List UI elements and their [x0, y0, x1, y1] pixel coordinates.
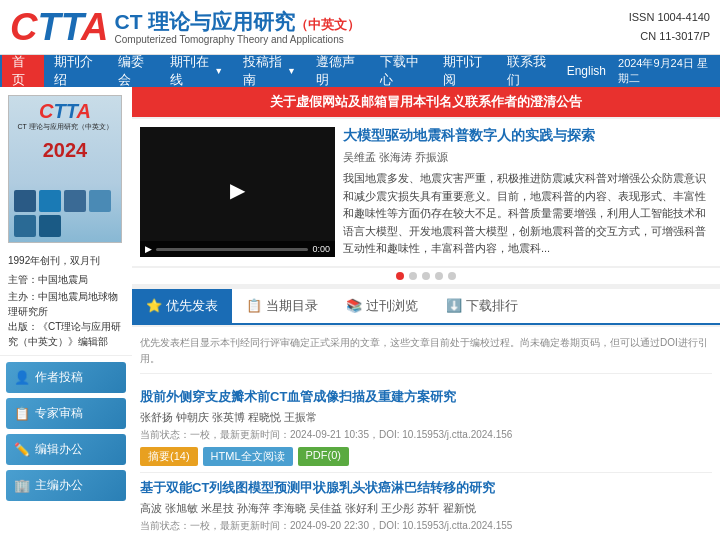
current-icon: 📋 [246, 298, 262, 313]
logo-subtitle: Computerized Tomography Theory and Appli… [115, 34, 361, 45]
journal-publisher: 出版：《CT理论与应用研究（中英文）》编辑部 [8, 319, 124, 349]
video-player[interactable]: ▶ ▶ 0:00 [140, 127, 335, 257]
chief-btn[interactable]: 🏢 主编办公 [6, 470, 126, 501]
featured-text: 大模型驱动地震科普数字人的实践与探索 吴维孟 张海涛 乔振源 我国地震多发、地震… [343, 127, 712, 258]
journal-info: 1992年创刊，双月刊 主管：中国地震局 主办：中国地震局地球物理研究所 出版：… [0, 247, 132, 356]
download-icon: ⬇️ [446, 298, 462, 313]
main-content: 关于虚假网站及邮箱冒用本刊名义联系作者的澄清公告 ▶ ▶ 0:00 大模型驱动地… [132, 87, 720, 540]
cover-image: CTTA CT 理论与应用研究（中英文） 2024 [8, 95, 122, 243]
article-1-tags: 摘要(14) HTML全文阅读 PDF(0) [140, 447, 712, 466]
progress-bar[interactable] [156, 248, 308, 251]
notice-bar[interactable]: 关于虚假网站及邮箱冒用本刊名义联系作者的澄清公告 [132, 87, 720, 117]
journal-authority: 主管：中国地震局 [8, 270, 124, 289]
tab-priority[interactable]: ⭐ 优先发表 [132, 289, 232, 323]
featured-abstract: 我国地震多发、地震灾害严重，积极推进防震减灾科普对增强公众防震意识和减少震灾损失… [343, 170, 712, 258]
tag-abstract-1[interactable]: 摘要(14) [140, 447, 198, 466]
nav-item-subscription[interactable]: 期刊订阅 [433, 55, 497, 87]
video-time: 0:00 [312, 244, 330, 254]
dot-1[interactable] [396, 272, 404, 280]
tab-download[interactable]: ⬇️ 下载排行 [432, 289, 532, 323]
chief-icon: 🏢 [14, 478, 30, 493]
issn-number: ISSN 1004-4140 [629, 8, 710, 27]
submit-icon: 👤 [14, 370, 30, 385]
article-2-authors: 高波 张旭敏 米星技 孙海萍 李海晓 吴佳益 张好利 王少彤 苏轩 翟新悦 [140, 501, 712, 516]
chief-label: 主编办公 [35, 477, 83, 494]
tab-notice: 优先发表栏目显示本刊经同行评审确定正式采用的文章，这些文章目前处于编校过程。尚未… [140, 335, 712, 374]
nav-item-contact[interactable]: 联系我们 [497, 55, 561, 87]
nav-item-online[interactable]: 期刊在线▼ [160, 55, 233, 87]
nav-item-download[interactable]: 下载中心 [370, 55, 434, 87]
nav-item-ethics[interactable]: 遵德声明 [306, 55, 370, 87]
play-button[interactable]: ▶ [230, 178, 245, 202]
review-icon: 📋 [14, 406, 30, 421]
article-tabs: ⭐ 优先发表 📋 当期目录 📚 过刊浏览 ⬇️ 下载排行 [132, 289, 720, 325]
sidebar-buttons: 👤 作者投稿 📋 专家审稿 ✏️ 编辑办公 🏢 主编办公 [0, 356, 132, 507]
featured-authors: 吴维孟 张海涛 乔振源 [343, 150, 712, 165]
logo-text: CT 理论与应用研究（中英文） Computerized Tomography … [115, 9, 361, 45]
article-2-title[interactable]: 基于双能CT列线图模型预测甲状腺乳头状癌淋巴结转移的研究 [140, 479, 712, 497]
tag-html-1[interactable]: HTML全文阅读 [203, 447, 293, 466]
review-btn[interactable]: 📋 专家审稿 [6, 398, 126, 429]
header: CTTA CT 理论与应用研究（中英文） Computerized Tomogr… [0, 0, 720, 55]
dot-2[interactable] [409, 272, 417, 280]
archive-icon: 📚 [346, 298, 362, 313]
logo-title-main: CT 理论与应用研究 [115, 10, 296, 33]
logo-title-bracket: （中英文） [295, 17, 360, 32]
submit-btn[interactable]: 👤 作者投稿 [6, 362, 126, 393]
tag-pdf-1[interactable]: PDF(0) [298, 447, 349, 466]
issn-area: ISSN 1004-4140 CN 11-3017/P [629, 8, 710, 45]
articles-section: 优先发表栏目显示本刊经同行评审确定正式采用的文章，这些文章目前处于编校过程。尚未… [132, 327, 720, 540]
nav-lang-btn[interactable]: English [561, 64, 612, 78]
logo-ctta: CTTA [10, 8, 109, 46]
nav-date: 2024年9月24日 星期二 [612, 56, 718, 86]
nav-item-intro[interactable]: 期刊介绍 [44, 55, 108, 87]
dot-3[interactable] [422, 272, 430, 280]
priority-icon: ⭐ [146, 298, 162, 313]
submit-label: 作者投稿 [35, 369, 83, 386]
article-1-authors: 张舒扬 钟朝庆 张英博 程晓悦 王振常 [140, 410, 712, 425]
edit-btn[interactable]: ✏️ 编辑办公 [6, 434, 126, 465]
dot-4[interactable] [435, 272, 443, 280]
article-1-meta: 当前状态：一校，最新更新时间：2024-09-21 10:35，DOI: 10.… [140, 428, 712, 442]
dot-navigation [132, 268, 720, 284]
journal-sponsor: 主办：中国地震局地球物理研究所 [8, 289, 124, 319]
sidebar: CTTA CT 理论与应用研究（中英文） 2024 1992年创刊，双月刊 主管… [0, 87, 132, 540]
article-1-title[interactable]: 股前外侧穿支皮瓣术前CT血管成像扫描及重建方案研究 [140, 388, 712, 406]
nav-item-submission[interactable]: 投稿指南▼ [233, 55, 306, 87]
edit-icon: ✏️ [14, 442, 30, 457]
video-controls-bar: ▶ 0:00 [140, 241, 335, 257]
article-2: 基于双能CT列线图模型预测甲状腺乳头状癌淋巴结转移的研究 高波 张旭敏 米星技 … [140, 473, 712, 540]
journal-founded: 1992年创刊，双月刊 [8, 251, 124, 270]
article-2-meta: 当前状态：一校，最新更新时间：2024-09-20 22:30，DOI: 10.… [140, 519, 712, 533]
nav-item-committee[interactable]: 编委会 [108, 55, 161, 87]
journal-cover-area: CTTA CT 理论与应用研究（中英文） 2024 [0, 87, 132, 247]
navigation: 首页 期刊介绍 编委会 期刊在线▼ 投稿指南▼ 遵德声明 下载中心 期刊订阅 联… [0, 55, 720, 87]
featured-section: ▶ ▶ 0:00 大模型驱动地震科普数字人的实践与探索 吴维孟 张海涛 乔振源 … [132, 119, 720, 266]
play-icon[interactable]: ▶ [145, 244, 152, 254]
dot-5[interactable] [448, 272, 456, 280]
edit-label: 编辑办公 [35, 441, 83, 458]
cn-number: CN 11-3017/P [629, 27, 710, 46]
tab-archive[interactable]: 📚 过刊浏览 [332, 289, 432, 323]
tab-current[interactable]: 📋 当期目录 [232, 289, 332, 323]
review-label: 专家审稿 [35, 405, 83, 422]
article-1: 股前外侧穿支皮瓣术前CT血管成像扫描及重建方案研究 张舒扬 钟朝庆 张英博 程晓… [140, 382, 712, 473]
nav-item-home[interactable]: 首页 [2, 55, 44, 87]
featured-title: 大模型驱动地震科普数字人的实践与探索 [343, 127, 712, 145]
logo-area: CTTA CT 理论与应用研究（中英文） Computerized Tomogr… [10, 8, 360, 46]
